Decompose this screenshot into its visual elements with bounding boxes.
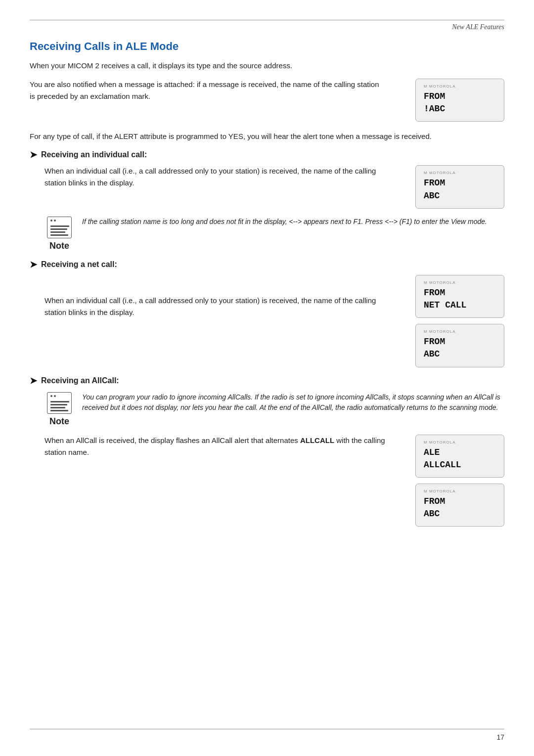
individual-call-left: When an individual call (i.e., a call ad… xyxy=(30,165,386,208)
allcall-label: Receiving an AllCall: xyxy=(41,376,119,385)
arrow-icon-net: ➤ xyxy=(30,259,37,270)
allcall-body-row: When an AllCall is received, the display… xyxy=(30,435,504,527)
note-lines xyxy=(50,225,69,236)
individual-call-row: When an individual call (i.e., a call ad… xyxy=(30,165,504,208)
note-line3 xyxy=(50,231,65,233)
allcall-note-text: You can program your radio to ignore inc… xyxy=(82,392,504,413)
net-call-section: ➤ Receiving a net call: When an individu… xyxy=(30,259,504,367)
moto-text-allcall2: FROM ABC xyxy=(424,495,496,520)
individual-call-text: When an individual call (i.e., a call ad… xyxy=(44,165,386,189)
moto-text-allcall1: ALE ALLCALL xyxy=(424,446,496,471)
display-net-call-2: M MOTOROLA FROM ABC xyxy=(415,324,504,367)
note-img-allcall xyxy=(47,392,72,414)
dot2 xyxy=(54,220,56,222)
dot1 xyxy=(50,220,52,222)
note-icon-individual: Note xyxy=(44,217,74,251)
net-call-left: When an individual call (i.e., a call ad… xyxy=(30,275,386,367)
allcall-right-col: M MOTOROLA ALE ALLCALL M MOTOROLA FROM A… xyxy=(396,435,504,527)
display-net-call-1: M MOTOROLA FROM NET CALL xyxy=(415,275,504,318)
moto-logo-exc: M MOTOROLA xyxy=(424,84,496,89)
note-img-individual xyxy=(47,217,72,238)
exclamation-text: You are also notified when a message is … xyxy=(30,79,381,102)
individual-call-section: ➤ Receiving an individual call: When an … xyxy=(30,149,504,251)
moto-logo-net2: M MOTOROLA xyxy=(424,329,496,334)
dot1-allcall xyxy=(50,395,52,397)
allcall-note-block: Note You can program your radio to ignor… xyxy=(44,392,504,427)
note-line4 xyxy=(50,234,68,236)
alert-text: For any type of call, if the ALERT attri… xyxy=(30,131,504,142)
arrow-icon-allcall: ➤ xyxy=(30,375,37,386)
page-header: New ALE Features xyxy=(30,23,504,31)
note-label-individual: Note xyxy=(49,241,69,251)
note-line4-allcall xyxy=(50,410,68,411)
note-line1 xyxy=(50,225,69,227)
moto-text-exc: FROM !ABC xyxy=(424,90,496,115)
moto-logo-allcall1: M MOTOROLA xyxy=(424,440,496,445)
allcall-body-left: When an AllCall is received, the display… xyxy=(30,435,386,527)
net-call-right: M MOTOROLA FROM NET CALL M MOTOROLA FROM… xyxy=(396,275,504,367)
display-exclamation: M MOTOROLA FROM !ABC xyxy=(415,79,504,122)
top-rule xyxy=(30,20,504,20)
note-lines-allcall xyxy=(50,401,69,411)
exclamation-row: You are also notified when a message is … xyxy=(30,79,504,122)
page-footer: 17 xyxy=(30,729,504,741)
allcall-heading: ➤ Receiving an AllCall: xyxy=(30,375,504,386)
individual-call-heading: ➤ Receiving an individual call: xyxy=(30,149,504,160)
note-dots xyxy=(50,220,56,222)
note-dots-allcall xyxy=(50,395,56,397)
individual-note-text: If the calling station name is too long … xyxy=(82,217,487,227)
net-call-row: When an individual call (i.e., a call ad… xyxy=(30,275,504,367)
intro-text: When your MICOM 2 receives a call, it di… xyxy=(30,60,504,72)
individual-note-block: Note If the calling station name is too … xyxy=(44,217,504,251)
arrow-icon-individual: ➤ xyxy=(30,149,37,160)
moto-text-net1: FROM NET CALL xyxy=(424,287,496,311)
note-line1-allcall xyxy=(50,401,69,402)
moto-logo-net1: M MOTOROLA xyxy=(424,280,496,285)
moto-logo-allcall2: M MOTOROLA xyxy=(424,489,496,493)
display-allcall-1: M MOTOROLA ALE ALLCALL xyxy=(415,435,504,478)
exclamation-text-col: You are also notified when a message is … xyxy=(30,79,381,109)
individual-call-right: M MOTOROLA FROM ABC xyxy=(396,165,504,208)
moto-text-net2: FROM ABC xyxy=(424,336,496,360)
header-title: New ALE Features xyxy=(452,23,504,31)
exclamation-box-col: M MOTOROLA FROM !ABC xyxy=(396,79,504,122)
note-icon-allcall: Note xyxy=(44,392,74,427)
page-number: 17 xyxy=(496,733,504,741)
note-line2-allcall xyxy=(50,404,67,405)
individual-call-label: Receiving an individual call: xyxy=(41,150,147,159)
note-label-allcall: Note xyxy=(49,416,69,427)
net-call-label: Receiving a net call: xyxy=(41,260,117,269)
display-individual: M MOTOROLA FROM ABC xyxy=(415,165,504,208)
page: New ALE Features Receiving Calls in ALE … xyxy=(0,0,534,756)
dot2-allcall xyxy=(54,395,56,397)
allcall-body-text: When an AllCall is received, the display… xyxy=(44,435,386,458)
section-title: Receiving Calls in ALE Mode xyxy=(30,40,504,53)
moto-logo-ind: M MOTOROLA xyxy=(424,171,496,175)
note-line2 xyxy=(50,228,67,230)
net-call-text: When an individual call (i.e., a call ad… xyxy=(44,295,386,318)
moto-text-ind: FROM ABC xyxy=(424,177,496,202)
allcall-section: ➤ Receiving an AllCall: xyxy=(30,375,504,527)
net-call-heading: ➤ Receiving a net call: xyxy=(30,259,504,270)
note-line3-allcall xyxy=(50,407,65,408)
display-allcall-2: M MOTOROLA FROM ABC xyxy=(415,484,504,527)
